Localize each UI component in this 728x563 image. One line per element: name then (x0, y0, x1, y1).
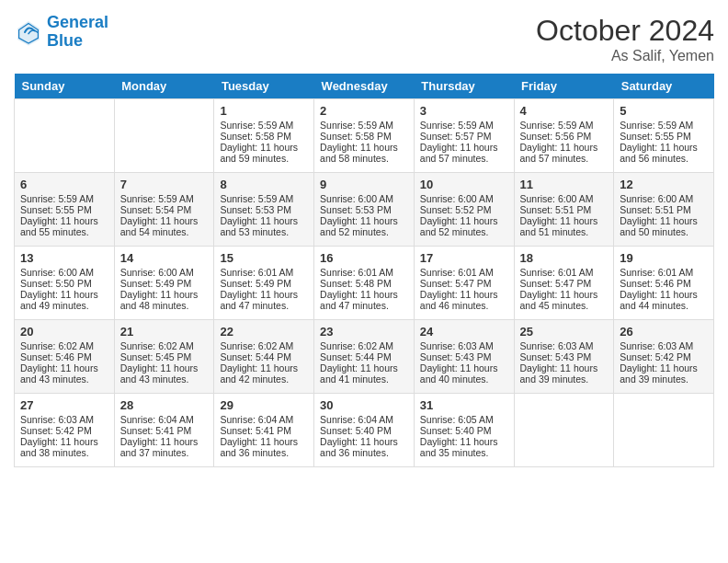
weekday-header: Monday (114, 74, 214, 99)
day-number: 22 (220, 325, 308, 339)
day-number: 10 (420, 178, 508, 191)
calendar-cell: 2Sunrise: 5:59 AMSunset: 5:58 PMDaylight… (314, 99, 415, 173)
sunrise-text: Sunrise: 6:00 AM (20, 267, 108, 278)
weekday-header: Sunday (15, 74, 115, 99)
weekday-header: Tuesday (214, 74, 314, 99)
day-number: 31 (420, 398, 508, 412)
sunset-text: Sunset: 5:43 PM (420, 351, 508, 362)
day-number: 17 (420, 251, 508, 265)
daylight-text: Daylight: 11 hours and 40 minutes. (420, 362, 508, 385)
sunset-text: Sunset: 5:45 PM (120, 351, 209, 362)
calendar-cell: 29Sunrise: 6:04 AMSunset: 5:41 PMDayligh… (214, 394, 314, 467)
sunset-text: Sunset: 5:49 PM (220, 278, 308, 289)
sunrise-text: Sunrise: 6:01 AM (620, 267, 708, 278)
sunset-text: Sunset: 5:47 PM (420, 278, 508, 289)
day-number: 11 (520, 178, 609, 191)
sunrise-text: Sunrise: 6:04 AM (120, 414, 209, 425)
calendar-cell: 1Sunrise: 5:59 AMSunset: 5:58 PMDaylight… (214, 99, 314, 173)
day-number: 21 (120, 325, 209, 339)
daylight-text: Daylight: 11 hours and 43 minutes. (20, 362, 108, 385)
day-number: 13 (20, 251, 108, 265)
daylight-text: Daylight: 11 hours and 57 minutes. (520, 142, 609, 164)
sunset-text: Sunset: 5:51 PM (620, 204, 708, 215)
sunrise-text: Sunrise: 6:05 AM (420, 414, 508, 425)
sunrise-text: Sunrise: 5:59 AM (120, 193, 209, 204)
calendar-table: SundayMondayTuesdayWednesdayThursdayFrid… (14, 74, 714, 467)
daylight-text: Daylight: 11 hours and 49 minutes. (20, 289, 108, 311)
sunset-text: Sunset: 5:44 PM (220, 351, 308, 362)
daylight-text: Daylight: 11 hours and 37 minutes. (120, 436, 209, 458)
sunset-text: Sunset: 5:47 PM (520, 278, 609, 289)
calendar-cell: 22Sunrise: 6:02 AMSunset: 5:44 PMDayligh… (214, 320, 314, 394)
daylight-text: Daylight: 11 hours and 38 minutes. (20, 436, 108, 458)
day-number: 2 (320, 104, 408, 118)
day-number: 19 (620, 251, 708, 265)
sunrise-text: Sunrise: 5:59 AM (220, 193, 308, 204)
sunrise-text: Sunrise: 6:02 AM (320, 340, 408, 351)
calendar-cell: 3Sunrise: 5:59 AMSunset: 5:57 PMDaylight… (414, 99, 514, 173)
sunset-text: Sunset: 5:44 PM (320, 351, 408, 362)
sunset-text: Sunset: 5:43 PM (520, 351, 609, 362)
calendar-cell: 16Sunrise: 6:01 AMSunset: 5:48 PMDayligh… (314, 247, 415, 320)
sunset-text: Sunset: 5:50 PM (20, 278, 108, 289)
day-number: 1 (220, 104, 308, 118)
day-number: 5 (620, 104, 708, 118)
daylight-text: Daylight: 11 hours and 36 minutes. (220, 436, 308, 458)
day-number: 18 (520, 251, 609, 265)
logo: General Blue (14, 14, 108, 51)
sunrise-text: Sunrise: 6:01 AM (320, 267, 408, 278)
sunset-text: Sunset: 5:57 PM (420, 131, 508, 142)
calendar-cell: 10Sunrise: 6:00 AMSunset: 5:52 PMDayligh… (414, 173, 514, 247)
daylight-text: Daylight: 11 hours and 51 minutes. (520, 215, 609, 237)
sunrise-text: Sunrise: 5:59 AM (620, 120, 708, 131)
day-number: 30 (320, 398, 408, 412)
day-number: 4 (520, 104, 609, 118)
calendar-cell: 27Sunrise: 6:03 AMSunset: 5:42 PMDayligh… (15, 394, 115, 467)
sunset-text: Sunset: 5:46 PM (20, 351, 108, 362)
day-number: 28 (120, 398, 209, 412)
calendar-cell: 25Sunrise: 6:03 AMSunset: 5:43 PMDayligh… (514, 320, 614, 394)
sunrise-text: Sunrise: 6:02 AM (20, 340, 108, 351)
sunrise-text: Sunrise: 5:59 AM (320, 120, 408, 131)
day-number: 26 (620, 325, 708, 339)
calendar-cell: 21Sunrise: 6:02 AMSunset: 5:45 PMDayligh… (114, 320, 214, 394)
calendar-cell: 19Sunrise: 6:01 AMSunset: 5:46 PMDayligh… (614, 247, 714, 320)
weekday-header: Saturday (614, 74, 714, 99)
sunset-text: Sunset: 5:40 PM (420, 425, 508, 436)
daylight-text: Daylight: 11 hours and 47 minutes. (220, 289, 308, 311)
page-header: General Blue October 2024 As Salif, Yeme… (14, 14, 714, 64)
calendar-cell: 4Sunrise: 5:59 AMSunset: 5:56 PMDaylight… (514, 99, 614, 173)
day-number: 24 (420, 325, 508, 339)
sunset-text: Sunset: 5:51 PM (520, 204, 609, 215)
sunrise-text: Sunrise: 6:00 AM (520, 193, 609, 204)
weekday-header: Wednesday (314, 74, 415, 99)
sunrise-text: Sunrise: 6:00 AM (420, 193, 508, 204)
sunset-text: Sunset: 5:55 PM (20, 204, 108, 215)
daylight-text: Daylight: 11 hours and 57 minutes. (420, 142, 508, 164)
daylight-text: Daylight: 11 hours and 43 minutes. (120, 362, 209, 385)
sunset-text: Sunset: 5:53 PM (220, 204, 308, 215)
calendar-cell (614, 394, 714, 467)
calendar-cell: 24Sunrise: 6:03 AMSunset: 5:43 PMDayligh… (414, 320, 514, 394)
calendar-cell (114, 99, 214, 173)
calendar-cell: 11Sunrise: 6:00 AMSunset: 5:51 PMDayligh… (514, 173, 614, 247)
sunrise-text: Sunrise: 5:59 AM (420, 120, 508, 131)
sunrise-text: Sunrise: 6:03 AM (520, 340, 609, 351)
calendar-week-row: 1Sunrise: 5:59 AMSunset: 5:58 PMDaylight… (15, 99, 714, 173)
day-number: 20 (20, 325, 108, 339)
sunset-text: Sunset: 5:42 PM (20, 425, 108, 436)
daylight-text: Daylight: 11 hours and 56 minutes. (620, 142, 708, 164)
day-number: 16 (320, 251, 408, 265)
sunset-text: Sunset: 5:54 PM (120, 204, 209, 215)
daylight-text: Daylight: 11 hours and 54 minutes. (120, 215, 209, 237)
calendar-header-row: SundayMondayTuesdayWednesdayThursdayFrid… (15, 74, 714, 99)
day-number: 23 (320, 325, 408, 339)
day-number: 6 (20, 178, 108, 191)
logo-text: General Blue (47, 14, 108, 51)
calendar-cell: 30Sunrise: 6:04 AMSunset: 5:40 PMDayligh… (314, 394, 415, 467)
calendar-cell: 23Sunrise: 6:02 AMSunset: 5:44 PMDayligh… (314, 320, 415, 394)
sunset-text: Sunset: 5:56 PM (520, 131, 609, 142)
daylight-text: Daylight: 11 hours and 50 minutes. (620, 215, 708, 237)
calendar-cell: 13Sunrise: 6:00 AMSunset: 5:50 PMDayligh… (15, 247, 115, 320)
sunrise-text: Sunrise: 6:00 AM (320, 193, 408, 204)
